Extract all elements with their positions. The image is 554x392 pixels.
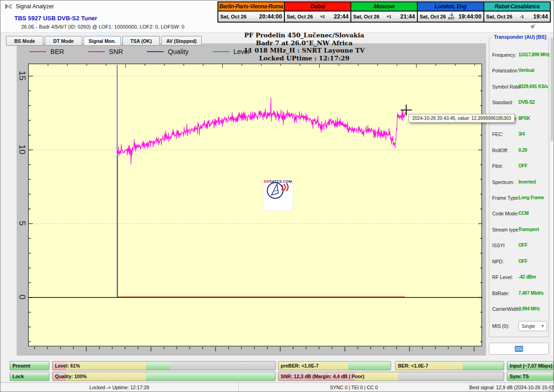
- clock-utc-offset: +2: [320, 15, 325, 18]
- clock-offset-value: -1: [449, 13, 453, 17]
- status-bar-label: preBER: <1.0E-7: [281, 363, 319, 368]
- field-label: Stream type:: [492, 227, 520, 232]
- transponder-field-carrierwidth: CarrierWidth:3,994 MHz: [489, 302, 548, 318]
- legend-item-ber: BER: [30, 48, 64, 55]
- chart-title-line-4: Locked UPtime : 12:17:29: [207, 54, 401, 62]
- field-value: 3,994 MHz: [518, 306, 540, 311]
- status-bar-label: Present: [12, 363, 30, 368]
- tab-dt-mode[interactable]: DT Mode: [45, 36, 82, 46]
- status-bar-label: Sync TS: [510, 374, 529, 379]
- status-bar-row-1: PresentLevel: 61%preBER: <1.0E-7BER: <1.…: [0, 361, 554, 370]
- field-value: -42 dBm: [518, 274, 536, 279]
- field-value: Vertical: [518, 68, 534, 73]
- statusbar-sync-counters: SYNC 0 | TEI 0 | CC 0: [238, 383, 469, 392]
- field-value: 3/4: [518, 131, 524, 137]
- clock-dst-label: DST: [448, 17, 454, 20]
- clock-time-row: Sat, Oct 26-119:44: [484, 12, 550, 22]
- field-value: OFF: [518, 243, 527, 248]
- world-clocks: Berlin-Paris-Vienna-RomaSat, Oct 2620:44…: [217, 1, 554, 23]
- bar-segment-green: [146, 372, 275, 380]
- clock-date: Sat, Oct 26: [353, 14, 379, 19]
- chart-tooltip: 2024-10-26 20.43.45, value: 12,399999618…: [409, 114, 515, 123]
- tooltip-text: 2024-10-26 20.43.45, value: 12,399999618…: [412, 116, 511, 121]
- field-label: ISSYI: [492, 243, 505, 248]
- field-label: Pilot:: [492, 163, 503, 169]
- y-axis-label-5: 5: [15, 217, 29, 229]
- transponder-field-bitrate: BitRate:7,407 Mbit/s: [489, 286, 548, 302]
- status-bar-input-7-07-mbps: Input (~7,07 Mbps): [507, 361, 554, 370]
- field-value: Inverted: [518, 179, 536, 184]
- field-value: CCM: [518, 211, 529, 216]
- legend-item-snr: SNR: [88, 48, 123, 55]
- clock-time-row: Sat, Oct 26-1DST19:44:00: [418, 12, 483, 22]
- tab-av-stopped[interactable]: AV (Stopped): [161, 36, 202, 46]
- resize-grip[interactable]: [548, 386, 554, 392]
- capture-button[interactable]: [489, 343, 549, 355]
- status-bar-label: Quality: 100%: [55, 374, 87, 379]
- clock-city-label: Rabat-Casablanca: [484, 2, 550, 12]
- field-label: Frame Type:: [492, 195, 519, 201]
- signal-analyzer-window: Signal Analyzer Berlin-Paris-Vienna-Roma…: [0, 0, 554, 392]
- transponder-panel: Transponder (AU) [BS] Frequency:11017,89…: [489, 37, 549, 337]
- field-value: DVB-S2: [518, 100, 535, 105]
- chart-title-line-3: 11 018 MHz_H : SNRT Layoune TV: [207, 47, 401, 54]
- clock-city-label: London, Eng: [418, 2, 483, 12]
- field-label: NPD:: [492, 259, 504, 264]
- tab-bs-mode[interactable]: BS Mode: [6, 36, 43, 46]
- clock-moscow: MoscowSat, Oct 26+121:44: [350, 1, 418, 23]
- plot-area[interactable]: DXSATCS.COM: [28, 64, 482, 346]
- bar-segment-gray: [170, 362, 275, 370]
- satellite-dish-icon: [263, 180, 289, 201]
- panel-scrollbar[interactable]: [550, 36, 554, 356]
- transponder-field-polarization: Polarization:Vertical: [489, 64, 548, 79]
- field-value: OFF: [518, 259, 527, 264]
- tab-signal-mon[interactable]: Signal Mon.: [84, 36, 121, 46]
- statusbar-best-signal: Best signal: 12,9 dB (2024-10-26 15:42): [469, 383, 554, 392]
- status-bar-ber: BER: <1.0E-7: [395, 361, 504, 370]
- clock-offset-value: +2: [320, 15, 325, 18]
- bar-segment-gray: [398, 372, 504, 380]
- clock-time: 19:44:00: [458, 13, 482, 20]
- tuner-name: TBS 5927 USB DVB-S2 Tuner: [14, 15, 97, 22]
- field-label: RollOff:: [492, 148, 508, 153]
- transponder-field-stream-type: Stream type:Transport: [489, 223, 548, 238]
- app-icon: [5, 3, 12, 10]
- transponder-panel-title: Transponder (AU) [BS]: [492, 34, 548, 40]
- mis-dropdown[interactable]: Single ▼: [518, 321, 547, 331]
- status-bar-label: Lock: [12, 374, 24, 379]
- transponder-field-standard: Standard:DVB-S2: [489, 95, 548, 111]
- status-bar-label: BER: <1.0E-7: [398, 363, 428, 368]
- transponder-field-symbol-rate: Symbol Rate:3329,691 KS/s: [489, 80, 548, 95]
- transponder-field-spectrum: Spectrum:Inverted: [489, 175, 548, 191]
- mode-tabs: BS ModeDT ModeSignal Mon.TSA (OK)AV (Sto…: [6, 36, 202, 46]
- field-value: 3329,691 KS/s: [518, 84, 548, 89]
- field-label: FEC:: [492, 131, 503, 137]
- transponder-field-npd: NPD:OFF: [489, 255, 548, 270]
- clock-time-row: Sat, Oct 2620:44:00: [218, 12, 284, 22]
- transponder-field-frame-type: Frame Type:Long Frame: [489, 191, 548, 207]
- tab-tsa-ok[interactable]: TSA (OK): [122, 36, 160, 46]
- field-value: 11017,899 MHz: [518, 52, 549, 57]
- clock-time-row: Sat, Oct 26+121:44: [351, 12, 417, 22]
- clock-time: 22:44: [334, 13, 349, 20]
- transponder-field-code-mode: Code Mode:CCM: [489, 207, 548, 222]
- scrollbar-thumb[interactable]: [551, 37, 553, 141]
- field-label: Spectrum:: [492, 179, 514, 185]
- status-bar-lock: Lock: [10, 372, 49, 381]
- status-bar-row-2: LockQuality: 100%SNR: 12,3 dB (Margin: 4…: [0, 372, 554, 381]
- clock-utc-offset: -1: [520, 15, 524, 18]
- status-bar-label: SNR: 12,3 dB (Margin: 4,4 dB | Poor): [281, 374, 364, 379]
- clock-date: Sat, Oct 26: [287, 14, 313, 19]
- field-label: Code Mode:: [492, 211, 518, 216]
- clock-offset-value: +1: [386, 15, 391, 18]
- mis-row: MIS (0): Single ▼: [489, 321, 548, 332]
- tuner-info: 26.0E - Badr 4/5/6/7 (ID: 0260) @ LOF1: …: [21, 24, 184, 30]
- y-axis-label-0: 0: [15, 291, 29, 303]
- chart-title-line-2: Badr 7 at 26.0°E_NW Africa: [207, 39, 401, 47]
- status-bar-level: Level: 61%: [52, 361, 276, 370]
- transponder-field-rf-level: RF Level:-42 dBm: [489, 270, 548, 286]
- clock-utc-offset: +1: [386, 15, 391, 18]
- transponder-field-pilot: Pilot:OFF: [489, 159, 548, 175]
- clock-london-eng: London, EngSat, Oct 26-1DST19:44:00: [417, 1, 484, 23]
- status-bar-label: Input (~7,07 Mbps): [510, 363, 552, 368]
